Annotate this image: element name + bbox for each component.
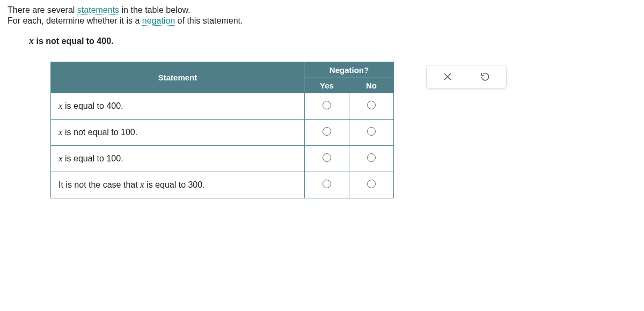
radio-yes[interactable] xyxy=(323,101,331,109)
table-row: x is equal to 100. xyxy=(51,146,394,172)
close-icon[interactable] xyxy=(442,71,453,83)
radio-no[interactable] xyxy=(367,153,376,162)
negation-table: Statement Negation? Yes No x is equal to… xyxy=(50,62,394,198)
main-statement: x is not equal to 400. xyxy=(29,35,636,47)
radio-yes[interactable] xyxy=(323,127,331,136)
table-row: It is not the case that x is equal to 30… xyxy=(51,172,394,198)
radio-no[interactable] xyxy=(367,101,376,109)
reset-icon[interactable] xyxy=(479,71,491,83)
radio-yes[interactable] xyxy=(323,180,331,188)
statement-cell: x is equal to 100. xyxy=(51,146,305,172)
col-header-statement: Statement xyxy=(51,62,305,93)
col-header-negation: Negation? xyxy=(305,62,394,78)
radio-no[interactable] xyxy=(367,127,376,136)
link-negation[interactable]: negation xyxy=(142,16,175,26)
col-header-yes: Yes xyxy=(305,78,349,93)
link-statements[interactable]: statements xyxy=(77,5,119,15)
radio-no[interactable] xyxy=(367,180,376,188)
statement-cell: x is not equal to 100. xyxy=(51,120,305,146)
statement-cell: It is not the case that x is equal to 30… xyxy=(51,172,305,198)
action-panel xyxy=(426,65,507,88)
intro-line-2: For each, determine whether it is a nega… xyxy=(8,16,636,26)
table-row: x is equal to 400. xyxy=(51,93,394,120)
intro-line-1: There are several statements in the tabl… xyxy=(8,5,636,15)
statement-cell: x is equal to 400. xyxy=(51,93,305,120)
table-row: x is not equal to 100. xyxy=(51,120,394,146)
radio-yes[interactable] xyxy=(323,153,331,162)
col-header-no: No xyxy=(349,78,394,93)
